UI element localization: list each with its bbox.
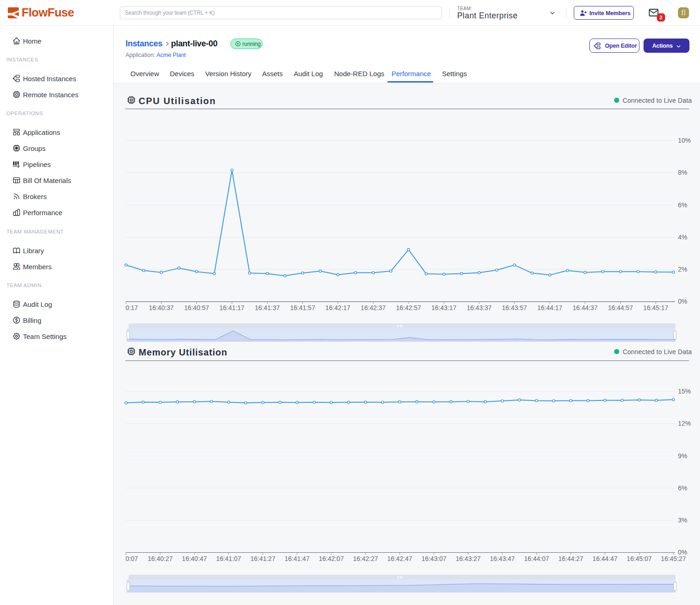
svg-text:16:41:37: 16:41:37 — [255, 304, 280, 311]
svg-text:16:43:07: 16:43:07 — [421, 555, 447, 562]
svg-text:0%: 0% — [678, 549, 687, 556]
svg-text:16:43:47: 16:43:47 — [490, 555, 515, 562]
svg-text:16:44:47: 16:44:47 — [593, 555, 618, 562]
svg-text:16:43:17: 16:43:17 — [431, 304, 457, 311]
svg-text:16:40:37: 16:40:37 — [149, 304, 174, 311]
svg-text:16:44:17: 16:44:17 — [538, 304, 563, 311]
svg-text:16:43:57: 16:43:57 — [502, 304, 527, 311]
svg-text:16:42:07: 16:42:07 — [319, 555, 344, 562]
svg-text:16:41:07: 16:41:07 — [216, 555, 241, 562]
svg-text:16:42:57: 16:42:57 — [396, 304, 421, 311]
svg-text:16:45:17: 16:45:17 — [643, 304, 668, 311]
svg-text:15%: 15% — [678, 388, 691, 395]
svg-text:0:07: 0:07 — [125, 555, 138, 562]
svg-text:16:44:37: 16:44:37 — [572, 304, 598, 311]
svg-text:16:43:37: 16:43:37 — [467, 304, 492, 311]
svg-text:2%: 2% — [678, 266, 687, 273]
svg-text:16:41:27: 16:41:27 — [250, 555, 275, 562]
svg-text:16:40:47: 16:40:47 — [182, 555, 207, 562]
svg-text:8%: 8% — [678, 169, 687, 176]
svg-text:16:44:57: 16:44:57 — [608, 304, 633, 311]
svg-text:0:17: 0:17 — [125, 304, 138, 311]
svg-text:16:42:47: 16:42:47 — [387, 555, 413, 562]
svg-text:16:41:47: 16:41:47 — [285, 555, 310, 562]
svg-text:16:41:17: 16:41:17 — [219, 304, 245, 311]
svg-text:4%: 4% — [678, 233, 687, 241]
svg-text:16:40:27: 16:40:27 — [148, 555, 173, 562]
svg-text:16:40:57: 16:40:57 — [184, 304, 209, 311]
svg-text:9%: 9% — [678, 452, 687, 460]
svg-text:16:45:07: 16:45:07 — [627, 555, 652, 562]
svg-text:16:43:27: 16:43:27 — [456, 555, 481, 562]
svg-text:16:41:57: 16:41:57 — [290, 304, 315, 311]
svg-text:16:44:07: 16:44:07 — [524, 555, 549, 562]
svg-text:6%: 6% — [678, 201, 687, 209]
svg-text:6%: 6% — [678, 484, 687, 492]
svg-text:16:45:27: 16:45:27 — [661, 555, 686, 562]
svg-text:16:44:27: 16:44:27 — [558, 555, 583, 562]
svg-text:3%: 3% — [678, 516, 687, 524]
svg-text:16:42:37: 16:42:37 — [361, 304, 386, 311]
svg-text:16:42:27: 16:42:27 — [353, 555, 378, 562]
svg-text:12%: 12% — [678, 420, 691, 427]
svg-text:0%: 0% — [678, 298, 687, 305]
svg-text:16:42:17: 16:42:17 — [325, 304, 351, 311]
svg-text:10%: 10% — [678, 137, 691, 144]
